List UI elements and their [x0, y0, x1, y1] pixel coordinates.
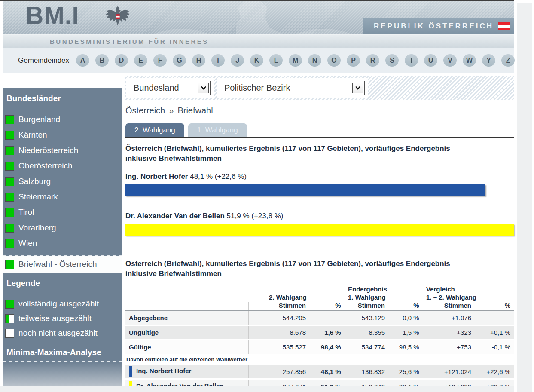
cell: 48,1 % — [309, 364, 345, 379]
breadcrumb-current: Briefwahl — [177, 106, 213, 116]
sidebar-item-label: Briefwahl - Österreich — [18, 260, 97, 269]
sidebar-item-steiermark[interactable]: Steiermark — [3, 189, 122, 205]
candidate-result-dr-alexander-van-der-bellen: Dr. Alexander Van der Bellen 51,9 % (+23… — [125, 212, 514, 236]
sidebar-item-briefwahl-oesterreich[interactable]: Briefwahl - Österreich — [3, 256, 122, 273]
letter-button-n[interactable]: N — [308, 54, 321, 67]
row-label: Gültige — [125, 340, 248, 354]
breadcrumb-root-link[interactable]: Österreich — [125, 106, 165, 116]
letter-button-p[interactable]: P — [347, 54, 360, 67]
letter-button-l[interactable]: L — [269, 54, 283, 67]
tab-2-wahlgang[interactable]: 2. Wahlgang — [125, 123, 184, 137]
letter-button-v[interactable]: V — [443, 54, 457, 67]
letter-button-b[interactable]: B — [95, 54, 109, 67]
candidate-result-bar — [125, 224, 514, 236]
tab-bar: 2. Wahlgang1. Wahlgang — [125, 123, 514, 137]
column-header-stimmen: Stimmen — [345, 302, 388, 310]
counted-status-icon — [5, 224, 14, 233]
letter-button-k[interactable]: K — [250, 54, 263, 67]
letter-button-d[interactable]: D — [115, 54, 128, 67]
sidebar-item-wien[interactable]: Wien — [3, 236, 122, 251]
page-bottom-strip — [0, 386, 514, 392]
column-header-percent: % — [309, 302, 345, 310]
table-row-ung-ltige: Ungültige8.6781,6 %8.3551,5 %+323+0,1 % — [125, 325, 514, 340]
table-note-row: Davon entfielen auf die einzelnen Wahlwe… — [125, 354, 514, 364]
sidebar-item-label: Oberösterreich — [18, 161, 73, 171]
legend-item-noch-nicht-ausgez-hlt: noch nicht ausgezählt — [3, 326, 122, 340]
politischer-bezirk-select[interactable]: Politischer Bezirk — [220, 81, 365, 95]
tab-1-wahlgang[interactable]: 1. Wahlgang — [188, 123, 247, 137]
sidebar-item-nieder-sterreich[interactable]: Niederösterreich — [3, 143, 122, 158]
results-table-head: EndergebnisVergleich2. Wahlgang1. Wahlga… — [125, 285, 514, 310]
sidebar-item-minima-maxima-analyse[interactable]: Minima-Maxima-Analyse — [3, 343, 122, 362]
candidate-name: Ing. Norbert Hofer — [125, 172, 188, 181]
bundesland-select[interactable]: Bundesland — [129, 81, 211, 95]
filter-band: Bundesland Politischer Bezirk — [125, 76, 514, 100]
table-note-label: Davon entfielen auf die einzelnen Wahlwe… — [125, 354, 514, 364]
sidebar-item-ober-sterreich[interactable]: Oberösterreich — [3, 158, 122, 174]
candidate-result-label: Dr. Alexander Van der Bellen 51,9 % (+23… — [125, 212, 514, 220]
letter-button-f[interactable]: F — [153, 54, 167, 67]
bmi-logo: BM.I — [26, 1, 79, 30]
counted-status-icon — [5, 177, 14, 186]
sidebar-item-label: Wien — [18, 239, 37, 248]
letter-button-r[interactable]: R — [366, 54, 379, 67]
sidebar-item-tirol[interactable]: Tirol — [3, 205, 122, 220]
cell: +0,1 % — [475, 325, 514, 340]
gemeindeindex-band: Gemeindeindex ABDEFGHIJKLMNOPRSTUVWYZ — [3, 48, 514, 73]
eagle-watermark-icon — [132, 1, 373, 34]
austria-flag-icon — [498, 22, 510, 30]
table-heading: Österreich (Briefwahl), kumuliertes Erge… — [125, 259, 478, 279]
letter-button-o[interactable]: O — [327, 54, 341, 67]
counted-status-icon — [5, 115, 14, 124]
letter-button-u[interactable]: U — [424, 54, 437, 67]
sidebar-item-k-rnten[interactable]: Kärnten — [3, 127, 122, 143]
eagle-icon — [105, 5, 131, 28]
page-header: BM.I REPUBLIK ÖSTERREICH BUNDESMINIS — [3, 1, 514, 73]
counted-status-icon — [5, 146, 14, 155]
sidebar-item-salzburg[interactable]: Salzburg — [3, 174, 122, 189]
legend-empty-square-icon — [5, 329, 14, 338]
cell: 535.527 — [248, 340, 309, 354]
group-header-line1: Endergebnis — [345, 285, 423, 294]
letter-button-s[interactable]: S — [385, 54, 399, 67]
letter-button-e[interactable]: E — [134, 54, 147, 67]
cell: 8.355 — [345, 325, 388, 340]
letter-button-h[interactable]: H — [192, 54, 205, 67]
sidebar-item-vorarlberg[interactable]: Vorarlberg — [3, 220, 122, 236]
letter-button-j[interactable]: J — [231, 54, 244, 67]
counted-status-icon — [5, 239, 14, 248]
counted-status-icon — [5, 162, 14, 171]
cell: +753 — [423, 340, 475, 354]
counted-status-icon — [5, 208, 14, 217]
candidate-result-label: Ing. Norbert Hofer 48,1 % (+22,6 %) — [125, 172, 514, 181]
sidebar-item-burgenland[interactable]: Burgenland — [3, 112, 122, 127]
letter-button-i[interactable]: I — [211, 54, 225, 67]
results-table: EndergebnisVergleich2. Wahlgang1. Wahlga… — [125, 285, 514, 392]
ministry-band: BUNDESMINISTERIUM FÜR INNERES — [3, 34, 514, 48]
letter-button-m[interactable]: M — [289, 54, 302, 67]
counted-status-icon — [5, 131, 14, 140]
letter-button-z[interactable]: Z — [501, 54, 515, 67]
sidebar: Bundesländer BurgenlandKärntenNiederöste… — [3, 88, 122, 392]
cell: 1,6 % — [309, 325, 345, 340]
group-header-line2: 1. – 2. Wahlgang — [423, 294, 514, 302]
group-header-line1: Vergleich — [423, 285, 514, 294]
letter-button-t[interactable]: T — [405, 54, 418, 67]
legend-section-title: Legende — [3, 273, 122, 293]
legend-item-label: teilweise ausgezählt — [18, 314, 92, 323]
candidate-color-marker-icon — [129, 366, 132, 377]
group-header-line2: 2. Wahlgang — [248, 294, 345, 302]
letter-button-w[interactable]: W — [463, 54, 476, 67]
table-header-row-2: 2. Wahlgang1. Wahlgang1. – 2. Wahlgang — [125, 294, 514, 302]
bars-section: Ing. Norbert Hofer 48,1 % (+22,6 %)Dr. A… — [125, 172, 514, 236]
letter-button-y[interactable]: Y — [482, 54, 495, 67]
legend-partial-square-icon — [5, 314, 14, 323]
cell: +1.076 — [423, 310, 475, 325]
letter-button-g[interactable]: G — [173, 54, 186, 67]
bundesland-select-value: Bundesland — [134, 83, 179, 93]
republic-band: REPUBLIK ÖSTERREICH — [363, 18, 514, 34]
letter-button-a[interactable]: A — [76, 54, 89, 67]
table-subheader-row: Stimmen%Stimmen%Stimmen% — [125, 302, 514, 310]
table-header-row-1: EndergebnisVergleich — [125, 285, 514, 294]
breadcrumb: Österreich » Briefwahl — [125, 106, 514, 116]
